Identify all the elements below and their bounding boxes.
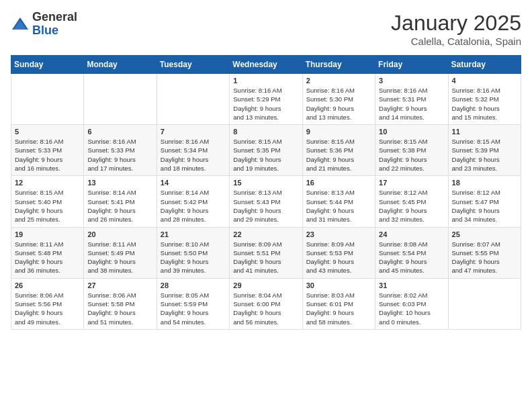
day-number: 22 xyxy=(233,230,298,238)
day-number: 3 xyxy=(379,77,444,85)
calendar-week-row: 26Sunrise: 8:06 AM Sunset: 5:56 PM Dayli… xyxy=(11,278,521,329)
day-number: 23 xyxy=(306,230,371,238)
day-info: Sunrise: 8:11 AM Sunset: 5:49 PM Dayligh… xyxy=(87,240,152,275)
day-info: Sunrise: 8:14 AM Sunset: 5:41 PM Dayligh… xyxy=(87,188,152,224)
calendar-cell: 19Sunrise: 8:11 AM Sunset: 5:48 PM Dayli… xyxy=(11,227,84,278)
calendar-cell: 21Sunrise: 8:10 AM Sunset: 5:50 PM Dayli… xyxy=(157,227,229,278)
day-info: Sunrise: 8:04 AM Sunset: 6:00 PM Dayligh… xyxy=(233,291,298,326)
calendar-cell: 13Sunrise: 8:14 AM Sunset: 5:41 PM Dayli… xyxy=(84,176,157,227)
day-number: 14 xyxy=(161,179,226,187)
logo-general: General xyxy=(32,11,77,24)
day-info: Sunrise: 8:08 AM Sunset: 5:54 PM Dayligh… xyxy=(379,240,444,275)
calendar-cell xyxy=(84,74,157,125)
calendar-cell: 3Sunrise: 8:16 AM Sunset: 5:31 PM Daylig… xyxy=(375,74,448,125)
calendar-cell: 31Sunrise: 8:02 AM Sunset: 6:03 PM Dayli… xyxy=(375,278,448,329)
day-info: Sunrise: 8:16 AM Sunset: 5:33 PM Dayligh… xyxy=(15,137,80,173)
calendar-cell: 10Sunrise: 8:15 AM Sunset: 5:38 PM Dayli… xyxy=(375,125,448,176)
day-info: Sunrise: 8:03 AM Sunset: 6:01 PM Dayligh… xyxy=(306,291,371,326)
calendar-cell: 18Sunrise: 8:12 AM Sunset: 5:47 PM Dayli… xyxy=(448,176,521,227)
calendar-cell: 26Sunrise: 8:06 AM Sunset: 5:56 PM Dayli… xyxy=(11,278,84,329)
day-info: Sunrise: 8:13 AM Sunset: 5:43 PM Dayligh… xyxy=(233,188,298,224)
calendar-cell: 14Sunrise: 8:14 AM Sunset: 5:42 PM Dayli… xyxy=(157,176,229,227)
day-number: 11 xyxy=(452,128,517,136)
logo: General Blue xyxy=(11,11,77,38)
day-info: Sunrise: 8:10 AM Sunset: 5:50 PM Dayligh… xyxy=(161,240,226,275)
day-number: 13 xyxy=(87,179,152,187)
day-number: 17 xyxy=(379,179,444,187)
day-info: Sunrise: 8:16 AM Sunset: 5:32 PM Dayligh… xyxy=(452,86,517,122)
day-number: 21 xyxy=(161,230,226,238)
day-number: 9 xyxy=(306,128,371,136)
calendar-cell xyxy=(448,278,521,329)
day-number: 26 xyxy=(15,281,80,289)
day-info: Sunrise: 8:06 AM Sunset: 5:56 PM Dayligh… xyxy=(15,291,80,326)
logo-icon xyxy=(11,15,30,34)
calendar-week-row: 1Sunrise: 8:16 AM Sunset: 5:29 PM Daylig… xyxy=(11,74,521,125)
calendar-cell: 20Sunrise: 8:11 AM Sunset: 5:49 PM Dayli… xyxy=(84,227,157,278)
day-number: 24 xyxy=(379,230,444,238)
calendar-cell: 8Sunrise: 8:15 AM Sunset: 5:35 PM Daylig… xyxy=(230,125,302,176)
day-info: Sunrise: 8:07 AM Sunset: 5:55 PM Dayligh… xyxy=(452,240,517,275)
calendar-header-row: SundayMondayTuesdayWednesdayThursdayFrid… xyxy=(11,56,521,74)
day-info: Sunrise: 8:11 AM Sunset: 5:48 PM Dayligh… xyxy=(15,240,80,275)
logo-text: General Blue xyxy=(32,11,77,38)
calendar-cell: 5Sunrise: 8:16 AM Sunset: 5:33 PM Daylig… xyxy=(11,125,84,176)
day-number: 4 xyxy=(452,77,517,85)
weekday-header: Thursday xyxy=(302,56,375,74)
day-number: 15 xyxy=(233,179,298,187)
weekday-header: Tuesday xyxy=(157,56,229,74)
day-info: Sunrise: 8:09 AM Sunset: 5:53 PM Dayligh… xyxy=(306,240,371,275)
day-info: Sunrise: 8:14 AM Sunset: 5:42 PM Dayligh… xyxy=(161,188,226,224)
calendar-cell: 30Sunrise: 8:03 AM Sunset: 6:01 PM Dayli… xyxy=(302,278,375,329)
day-number: 12 xyxy=(15,179,80,187)
day-info: Sunrise: 8:16 AM Sunset: 5:33 PM Dayligh… xyxy=(87,137,152,173)
day-number: 31 xyxy=(379,281,444,289)
day-info: Sunrise: 8:16 AM Sunset: 5:34 PM Dayligh… xyxy=(161,137,226,173)
calendar-cell: 4Sunrise: 8:16 AM Sunset: 5:32 PM Daylig… xyxy=(448,74,521,125)
day-info: Sunrise: 8:15 AM Sunset: 5:39 PM Dayligh… xyxy=(452,137,517,173)
day-number: 10 xyxy=(379,128,444,136)
day-number: 29 xyxy=(233,281,298,289)
day-number: 25 xyxy=(452,230,517,238)
day-info: Sunrise: 8:13 AM Sunset: 5:44 PM Dayligh… xyxy=(306,188,371,224)
location-title: Calella, Catalonia, Spain xyxy=(391,36,521,47)
logo-blue: Blue xyxy=(32,24,77,38)
calendar-cell: 17Sunrise: 8:12 AM Sunset: 5:45 PM Dayli… xyxy=(375,176,448,227)
calendar-cell: 29Sunrise: 8:04 AM Sunset: 6:00 PM Dayli… xyxy=(230,278,302,329)
day-info: Sunrise: 8:15 AM Sunset: 5:40 PM Dayligh… xyxy=(15,188,80,224)
day-number: 1 xyxy=(233,77,298,85)
day-info: Sunrise: 8:15 AM Sunset: 5:35 PM Dayligh… xyxy=(233,137,298,173)
calendar-cell: 16Sunrise: 8:13 AM Sunset: 5:44 PM Dayli… xyxy=(302,176,375,227)
title-block: January 2025 Calella, Catalonia, Spain xyxy=(391,11,521,47)
calendar-table: SundayMondayTuesdayWednesdayThursdayFrid… xyxy=(11,55,521,330)
day-info: Sunrise: 8:09 AM Sunset: 5:51 PM Dayligh… xyxy=(233,240,298,275)
calendar-cell: 11Sunrise: 8:15 AM Sunset: 5:39 PM Dayli… xyxy=(448,125,521,176)
calendar-cell: 28Sunrise: 8:05 AM Sunset: 5:59 PM Dayli… xyxy=(157,278,229,329)
day-number: 19 xyxy=(15,230,80,238)
day-info: Sunrise: 8:16 AM Sunset: 5:31 PM Dayligh… xyxy=(379,86,444,122)
day-number: 7 xyxy=(161,128,226,136)
day-number: 8 xyxy=(233,128,298,136)
weekday-header: Friday xyxy=(375,56,448,74)
page-header: General Blue January 2025 Calella, Catal… xyxy=(11,11,521,47)
day-number: 18 xyxy=(452,179,517,187)
calendar-cell: 27Sunrise: 8:06 AM Sunset: 5:58 PM Dayli… xyxy=(84,278,157,329)
day-number: 30 xyxy=(306,281,371,289)
day-number: 27 xyxy=(87,281,152,289)
weekday-header: Saturday xyxy=(448,56,521,74)
calendar-cell: 15Sunrise: 8:13 AM Sunset: 5:43 PM Dayli… xyxy=(230,176,302,227)
calendar-week-row: 5Sunrise: 8:16 AM Sunset: 5:33 PM Daylig… xyxy=(11,125,521,176)
day-number: 2 xyxy=(306,77,371,85)
calendar-cell: 25Sunrise: 8:07 AM Sunset: 5:55 PM Dayli… xyxy=(448,227,521,278)
day-number: 28 xyxy=(161,281,226,289)
calendar-cell xyxy=(11,74,84,125)
day-info: Sunrise: 8:12 AM Sunset: 5:45 PM Dayligh… xyxy=(379,188,444,224)
calendar-cell xyxy=(157,74,229,125)
day-info: Sunrise: 8:15 AM Sunset: 5:36 PM Dayligh… xyxy=(306,137,371,173)
weekday-header: Monday xyxy=(84,56,157,74)
day-info: Sunrise: 8:15 AM Sunset: 5:38 PM Dayligh… xyxy=(379,137,444,173)
calendar-cell: 23Sunrise: 8:09 AM Sunset: 5:53 PM Dayli… xyxy=(302,227,375,278)
calendar-cell: 22Sunrise: 8:09 AM Sunset: 5:51 PM Dayli… xyxy=(230,227,302,278)
day-info: Sunrise: 8:06 AM Sunset: 5:58 PM Dayligh… xyxy=(87,291,152,326)
calendar-week-row: 12Sunrise: 8:15 AM Sunset: 5:40 PM Dayli… xyxy=(11,176,521,227)
